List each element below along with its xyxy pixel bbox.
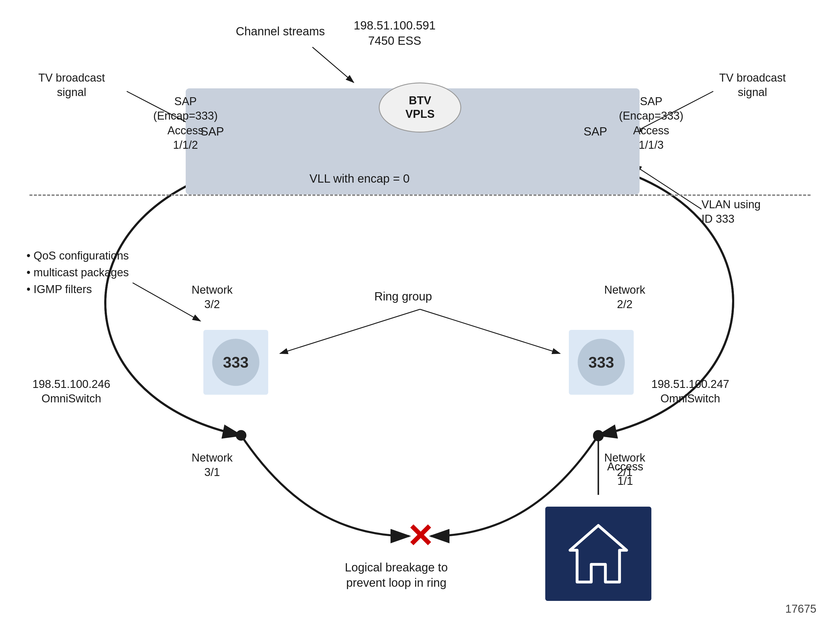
top-ip: 198.51.100.591 xyxy=(354,19,436,32)
top-ip-label: 198.51.100.591 7450 ESS xyxy=(354,18,436,48)
sap-on-vpls-left: SAP xyxy=(201,124,224,139)
tv-broadcast-left: TV broadcast signal xyxy=(38,71,105,100)
diagram-container: BTV VPLS VLL with encap = 0 198.51.100.5… xyxy=(0,0,840,633)
network-3-1-label: Network 3/1 xyxy=(191,451,232,480)
qos-line2: • multicast packages xyxy=(27,266,129,279)
vlan-line1: VLAN using xyxy=(701,198,761,211)
sap-right-line1: SAP xyxy=(640,95,662,107)
svg-point-6 xyxy=(593,430,604,441)
tv-right-line1: TV broadcast xyxy=(719,72,786,84)
access-1-1-label: Access 1/1 xyxy=(607,460,643,489)
channel-streams-label: Channel streams xyxy=(236,24,325,39)
ring-group-label: Ring group xyxy=(374,289,432,304)
vll-label: VLL with encap = 0 xyxy=(309,171,410,186)
access-line2: 1/1 xyxy=(617,475,633,487)
vlan-line2: ID 333 xyxy=(701,213,734,225)
left-switch-circle: 333 xyxy=(212,339,259,386)
right-switch-circle: 333 xyxy=(578,339,625,386)
svg-point-5 xyxy=(236,430,246,441)
figure-number: 17675 xyxy=(785,603,816,615)
sap-right-line2: (Encap=333) xyxy=(619,110,684,122)
sap-left-line1: SAP xyxy=(174,95,197,107)
right-switch-ip: 198.51.100.247 OmniSwitch xyxy=(651,377,729,406)
sap-left-line4: 1/1/2 xyxy=(173,139,198,151)
left-ip: 198.51.100.246 xyxy=(32,378,110,390)
btv-vpls-ellipse: BTV VPLS xyxy=(379,82,461,132)
sap-right-line4: 1/1/3 xyxy=(639,139,664,151)
tv-left-line2: signal xyxy=(57,86,86,98)
sap-on-vpls-right: SAP xyxy=(584,124,607,139)
network-3-2-label: Network 3/2 xyxy=(191,283,232,312)
net-3-2-line2: 3/2 xyxy=(204,298,220,310)
home-box xyxy=(545,507,651,601)
tv-right-line2: signal xyxy=(738,86,767,98)
left-vlan-number: 333 xyxy=(223,353,249,371)
net-2-2-line2: 2/2 xyxy=(617,298,633,310)
lb-line2: prevent loop in ring xyxy=(346,576,446,589)
sap-left-line2: (Encap=333) xyxy=(153,110,218,122)
qos-line1: • QoS configurations xyxy=(27,249,129,262)
net-3-1-line2: 3/1 xyxy=(204,466,220,479)
dashed-separator xyxy=(30,194,810,196)
sap-right-label: SAP (Encap=333) Access 1/1/3 xyxy=(619,94,684,153)
svg-marker-8 xyxy=(570,526,627,582)
net-3-2-line1: Network xyxy=(191,283,232,296)
right-ip: 198.51.100.247 xyxy=(651,378,729,390)
net-2-2-line1: Network xyxy=(604,283,645,296)
sap-right-line3: Access xyxy=(633,124,669,137)
svg-point-7 xyxy=(593,431,604,441)
qos-line3: • IGMP filters xyxy=(27,283,92,296)
home-icon xyxy=(563,518,634,589)
right-vlan-number: 333 xyxy=(589,353,614,371)
left-switch-ip: 198.51.100.246 OmniSwitch xyxy=(32,377,110,406)
tv-broadcast-right: TV broadcast signal xyxy=(719,71,786,100)
btv-label: BTV xyxy=(409,94,431,107)
logical-breakage-label: Logical breakage to prevent loop in ring xyxy=(345,560,448,590)
sap-left-line3: Access xyxy=(167,124,204,137)
vpls-label: VPLS xyxy=(405,107,434,121)
red-x-symbol: ✕ xyxy=(406,520,434,552)
qos-list: • QoS configurations • multicast package… xyxy=(27,247,129,298)
net-3-1-line1: Network xyxy=(191,452,232,464)
network-2-2-label: Network 2/2 xyxy=(604,283,645,312)
vlan-label: VLAN using ID 333 xyxy=(701,197,761,227)
access-line1: Access xyxy=(607,460,643,473)
top-ess: 7450 ESS xyxy=(368,34,421,47)
sap-left-label: SAP (Encap=333) Access 1/1/2 xyxy=(153,94,218,153)
tv-left-line1: TV broadcast xyxy=(38,72,105,84)
left-type: OmniSwitch xyxy=(41,392,101,405)
right-type: OmniSwitch xyxy=(660,392,720,405)
lb-line1: Logical breakage to xyxy=(345,561,448,574)
